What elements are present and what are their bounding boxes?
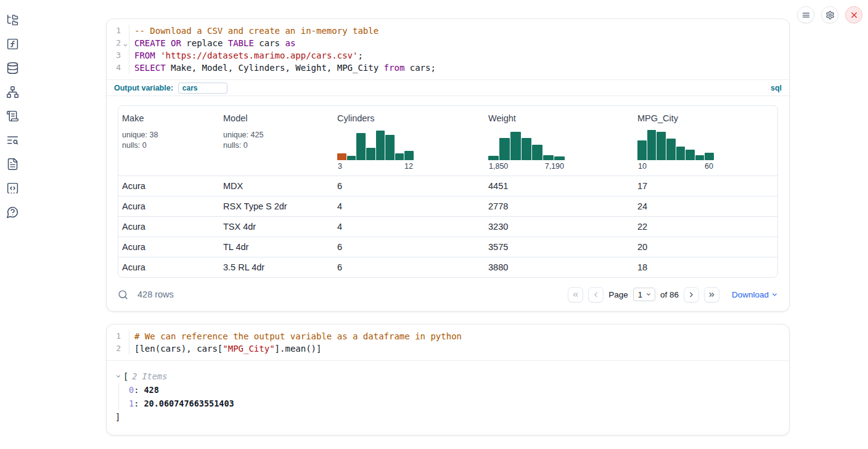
column-stat: nulls: 0 (223, 140, 330, 151)
histogram-bar (356, 133, 366, 160)
column-header-model[interactable]: Modelunique: 425nulls: 0 (219, 106, 334, 176)
histogram-bar (532, 145, 542, 160)
row-count-label: 428 rows (137, 289, 174, 299)
column-header-mpg_city[interactable]: MPG_City1060 (634, 106, 777, 176)
table-body: AcuraMDX6445117AcuraRSX Type S 2dr427782… (118, 176, 777, 277)
code-text: # We can reference the output variable a… (129, 330, 462, 342)
histogram-bar (488, 156, 499, 160)
histogram-bar (637, 140, 647, 160)
histogram-bar (705, 153, 714, 160)
download-button[interactable]: Download (732, 290, 778, 299)
logs-search-icon[interactable] (5, 132, 20, 147)
table-cell: 6 (334, 181, 485, 191)
page-select-value: 1 (638, 290, 642, 299)
table-cell: 4451 (485, 181, 634, 191)
histogram-bar (666, 139, 676, 160)
document-icon[interactable] (5, 156, 20, 171)
code-text: SELECT Make, Model, Cylinders, Weight, M… (129, 62, 436, 74)
table-cell: MDX (219, 181, 334, 191)
list-entries: 0: 4281: 20.060747663551403 (118, 383, 778, 410)
code-line: 1-- Download a CSV and create an in-memo… (107, 25, 789, 37)
help-icon[interactable] (5, 204, 20, 219)
table-cell: 4 (334, 222, 485, 232)
code-token (155, 51, 160, 60)
table-cell: 3230 (485, 222, 634, 232)
python-code-editor[interactable]: 1# We can reference the output variable … (107, 325, 789, 360)
last-page-button[interactable] (704, 287, 719, 302)
column-header-make[interactable]: Makeunique: 38nulls: 0 (118, 106, 219, 176)
line-number: 3 (107, 49, 129, 62)
code-text: [len(cars), cars["MPG_City"].mean()] (129, 342, 321, 355)
histogram-bar (337, 153, 346, 160)
prev-page-button[interactable] (588, 287, 604, 302)
code-token: Make, Model, Cylinders, Weight, MPG_City (166, 63, 384, 73)
close-button[interactable] (845, 6, 862, 23)
axis-min-label: 3 (338, 162, 342, 171)
database-icon[interactable] (5, 60, 20, 75)
scroll-icon[interactable] (5, 108, 20, 123)
histogram-bar (647, 130, 657, 160)
table-cell: Acura (118, 181, 219, 191)
code-token: ; (358, 51, 362, 60)
histogram-bar (522, 138, 532, 160)
code-token: FROM (134, 51, 155, 60)
line-number: 2 (107, 37, 129, 49)
line-number: 1 (107, 25, 129, 37)
dependency-graph-icon[interactable] (5, 84, 20, 99)
table-cell: TL 4dr (219, 242, 334, 252)
file-tree-icon[interactable] (5, 12, 20, 27)
column-label: Make (122, 113, 216, 123)
histogram-bar (657, 132, 666, 160)
table-cell: 6 (334, 242, 485, 252)
code-token: -- Download a CSV and create an in-memor… (134, 26, 379, 36)
output-variable-input[interactable] (178, 83, 227, 94)
table-cell: RSX Type S 2dr (219, 201, 334, 211)
axis-max-label: 12 (404, 162, 413, 171)
collapse-chevron-icon[interactable] (115, 373, 121, 379)
sql-code-editor[interactable]: 1-- Download a CSV and create an in-memo… (107, 19, 789, 79)
histogram-bar (554, 156, 565, 160)
code-token (166, 38, 171, 48)
data-table: Makeunique: 38nulls: 0Modelunique: 425nu… (118, 105, 778, 278)
first-page-button[interactable] (568, 287, 583, 302)
output-variable-label: Output variable: (114, 84, 173, 92)
snippets-icon[interactable] (5, 180, 20, 195)
column-stats: unique: 425nulls: 0 (223, 130, 330, 151)
histogram-bar (499, 138, 510, 160)
column-label: Model (223, 113, 330, 123)
table-row: AcuraMDX6445117 (118, 176, 777, 196)
output-variable-bar: Output variable: sql (107, 79, 789, 96)
top-controls (797, 6, 862, 23)
python-output: [ 2 Items 0: 4281: 20.060747663551403 ] (107, 360, 789, 435)
list-entry: 1: 20.060747663551403 (129, 397, 778, 410)
table-cell: 3575 (485, 242, 634, 252)
settings-button[interactable] (821, 6, 838, 23)
next-page-button[interactable] (684, 287, 699, 302)
code-token: from (384, 63, 405, 73)
code-token: TABLE (228, 38, 254, 48)
histogram-bar (395, 153, 404, 160)
page-select[interactable]: 1 (633, 288, 655, 301)
entry-value: 428 (144, 385, 158, 395)
function-square-icon[interactable] (5, 36, 20, 51)
column-header-cylinders[interactable]: Cylinders312 (334, 106, 485, 176)
table-cell: Acura (118, 242, 219, 252)
column-header-weight[interactable]: Weight1,8507,190 (485, 106, 634, 176)
axis-max-label: 60 (705, 162, 713, 171)
table-row: AcuraRSX Type S 2dr4277824 (118, 196, 777, 216)
table-cell: 2778 (485, 201, 634, 211)
search-icon[interactable] (118, 289, 128, 300)
entry-separator: : (134, 385, 144, 395)
table-header-row: Makeunique: 38nulls: 0Modelunique: 425nu… (118, 106, 777, 176)
page-total-label: of 86 (660, 290, 679, 299)
line-number: 1 (107, 330, 129, 342)
table-footer: 428 rows Page 1 of 86 (107, 278, 789, 311)
menu-button[interactable] (797, 6, 814, 23)
sql-cell: 1-- Download a CSV and create an in-memo… (106, 18, 790, 312)
table-row: AcuraTSX 4dr4323022 (118, 216, 777, 237)
code-text: FROM 'https://datasets.marimo.app/cars.c… (129, 49, 363, 62)
notebook: 1-- Download a CSV and create an in-memo… (106, 18, 790, 435)
column-histogram: 1,8507,190 (488, 128, 565, 171)
code-token: OR (171, 38, 181, 48)
table-cell: 6 (334, 262, 485, 272)
